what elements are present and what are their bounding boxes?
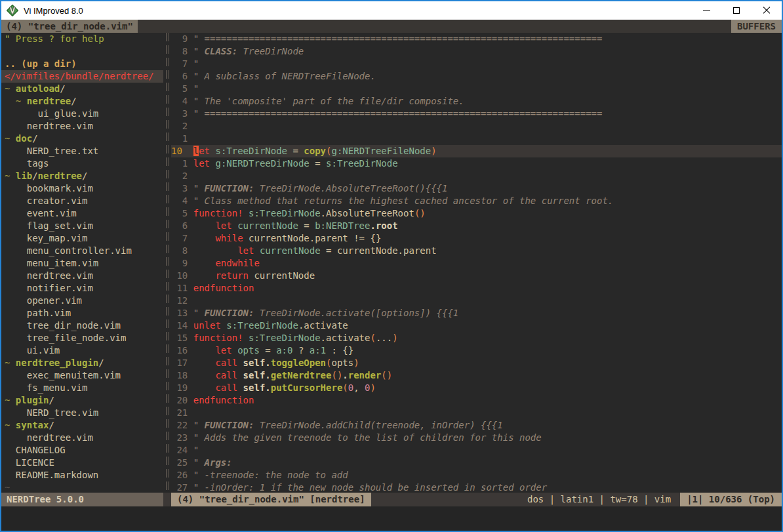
code-line[interactable]: 5 function! s:TreeDirNode.AbsoluteTreeRo… <box>171 207 782 220</box>
tree-item[interactable]: opener.vim <box>5 295 163 307</box>
code-line[interactable]: 12 <box>171 295 782 307</box>
tree-item[interactable]: ~ plugin/ <box>5 394 163 407</box>
line-number: 6 <box>171 220 193 231</box>
code-line[interactable]: 6 " A subclass of NERDTreeFileNode. <box>171 70 782 83</box>
tree-item[interactable]: ui.vim <box>5 344 163 357</box>
text-segment: let <box>193 158 210 169</box>
code-line[interactable]: 6 let currentNode = b:NERDTree.root <box>171 220 782 232</box>
code-line[interactable]: 1 let g:NERDTreeDirNode = s:TreeDirNode <box>171 157 782 170</box>
tree-item[interactable]: menu_item.vim <box>5 257 163 270</box>
tree-item[interactable]: nerdtree.vim <box>5 270 163 282</box>
code-line[interactable]: 7 while currentNode.parent != {} <box>171 232 782 245</box>
code-line[interactable]: 4 " Class method that returns the highes… <box>171 195 782 207</box>
code-line[interactable]: 8 " CLASS: TreeDirNode <box>171 45 782 58</box>
tree-item[interactable]: ~ <box>5 481 163 493</box>
tree-item[interactable]: path.vim <box>5 307 163 319</box>
text-segment: / <box>32 133 37 144</box>
text-segment: " Adds the given treenode to the list of… <box>193 432 542 443</box>
code-line[interactable]: 18 call self.getNerdtree().render() <box>171 369 782 382</box>
code-line[interactable]: 3 " FUNCTION: TreeDirNode.AbsoluteTreeRo… <box>171 182 782 195</box>
code-line[interactable]: 14 unlet s:TreeDirNode.activate <box>171 319 782 332</box>
end-of-buffer-marker: ~ <box>5 482 10 493</box>
tree-item[interactable]: NERD_tree.txt <box>5 145 163 157</box>
tree-item[interactable]: exec_menuitem.vim <box>5 369 163 382</box>
dir-autoload: autoload <box>16 83 60 94</box>
code-line[interactable]: 8 let currentNode = currentNode.parent <box>171 245 782 257</box>
tree-item[interactable]: creator.vim <box>5 195 163 207</box>
text-segment: opts <box>331 358 353 368</box>
tree-item[interactable]: ~ autoload/ <box>5 83 163 95</box>
tree-item[interactable] <box>5 45 163 58</box>
tree-item[interactable]: bookmark.vim <box>5 182 163 195</box>
code-line[interactable]: 19 call self.putCursorHere(0, 0) <box>171 382 782 394</box>
text-segment: .root <box>370 220 397 231</box>
code-line[interactable]: 27 " -inOrder: 1 if the new node should … <box>171 481 782 493</box>
text-segment: CHANGELOG <box>5 445 66 455</box>
code-line[interactable]: 11 endfunction <box>171 282 782 295</box>
tree-item[interactable]: ~ nerdtree_plugin/ <box>5 357 163 369</box>
minimize-button[interactable] <box>691 1 721 20</box>
code-line[interactable]: 5 " <box>171 83 782 95</box>
tree-item[interactable]: CHANGELOG <box>5 444 163 457</box>
code-line[interactable]: 20 endfunction <box>171 394 782 407</box>
code-line[interactable]: 22 " FUNCTION: TreeDirNode.addChild(tree… <box>171 419 782 432</box>
code-line[interactable]: 4 " The 'composite' part of the file/dir… <box>171 95 782 108</box>
tree-item[interactable]: nerdtree.vim <box>5 120 163 133</box>
code-line[interactable]: 9 " ====================================… <box>171 33 782 45</box>
window-split-separator[interactable] <box>163 33 171 493</box>
tree-item[interactable]: tree_dir_node.vim <box>5 319 163 332</box>
tree-item[interactable]: " Press ? for help <box>5 33 163 45</box>
tree-item[interactable]: key_map.vim <box>5 232 163 245</box>
text-segment: " <box>193 46 205 56</box>
code-line[interactable]: 2 <box>171 170 782 182</box>
tree-item[interactable]: </vimfiles/bundle/nerdtree/ <box>1 70 163 83</box>
code-line[interactable]: 2 <box>171 120 782 133</box>
code-line[interactable]: 17 call self.toggleOpen(opts) <box>171 357 782 369</box>
code-line[interactable]: 15 function! s:TreeDirNode.activate(...) <box>171 332 782 344</box>
tree-item[interactable]: notifier.vim <box>5 282 163 295</box>
code-line[interactable]: 3 " ====================================… <box>171 108 782 120</box>
tree-item[interactable]: ~ nerdtree/ <box>5 95 163 108</box>
code-line[interactable]: 26 " -treenode: the node to add <box>171 469 782 481</box>
tree-item[interactable]: flag_set.vim <box>5 220 163 232</box>
tree-item[interactable]: nerdtree.vim <box>5 432 163 444</box>
tree-item[interactable]: ui_glue.vim <box>5 108 163 120</box>
code-line[interactable]: 25 " Args: <box>171 457 782 469</box>
tree-item[interactable]: ~ lib/nerdtree/ <box>5 170 163 182</box>
tree-item[interactable]: ~ syntax/ <box>5 419 163 432</box>
tabline: (4) "tree_dir_node.vim" BUFFERS <box>1 20 782 33</box>
tree-item[interactable]: menu_controller.vim <box>5 245 163 257</box>
tree-item[interactable]: tags <box>5 157 163 170</box>
close-button[interactable] <box>752 1 782 20</box>
code-line[interactable]: 23 " Adds the given treenode to the list… <box>171 432 782 444</box>
tree-item[interactable]: LICENCE <box>5 457 163 469</box>
code-line[interactable]: 9 endwhile <box>171 257 782 270</box>
tree-item[interactable]: event.vim <box>5 207 163 220</box>
text-segment: ~ <box>5 420 16 430</box>
line-number: 9 <box>171 258 193 268</box>
code-line[interactable]: 7 " <box>171 58 782 70</box>
line-number: 5 <box>171 208 193 218</box>
text-segment: menu_item.vim <box>5 258 98 268</box>
text-segment: endwhile <box>215 258 259 268</box>
cursor-block: l <box>193 146 199 156</box>
tree-item[interactable]: NERD_tree.vim <box>5 407 163 419</box>
text-segment: s:TreeDirNode <box>249 333 321 343</box>
code-line[interactable]: 16 let opts = a:0 ? a:1 : {} <box>171 344 782 357</box>
code-line[interactable]: 21 <box>171 407 782 419</box>
code-line[interactable]: 13 " FUNCTION: TreeDirNode.activate([opt… <box>171 307 782 319</box>
tree-item[interactable]: .. (up a dir) <box>5 58 163 70</box>
tree-item[interactable]: README.markdown <box>5 469 163 481</box>
tree-item[interactable]: tree_file_node.vim <box>5 332 163 344</box>
code-line[interactable]: 24 " <box>171 444 782 457</box>
tree-item[interactable]: ~ doc/ <box>5 133 163 145</box>
code-line[interactable]: 1 <box>171 133 782 145</box>
text-segment: CLASS: <box>205 46 238 56</box>
tree-item[interactable]: fs_menu.vim <box>5 382 163 394</box>
line-number: 8 <box>171 245 193 256</box>
code-line[interactable]: 10 return currentNode <box>171 270 782 282</box>
maximize-button[interactable] <box>721 1 752 20</box>
tab-tree-dir-node[interactable]: (4) "tree_dir_node.vim" <box>1 20 138 33</box>
code-line[interactable]: 10 let s:TreeDirNode = copy(g:NERDTreeFi… <box>171 145 782 157</box>
line-number: 1 <box>171 133 193 144</box>
